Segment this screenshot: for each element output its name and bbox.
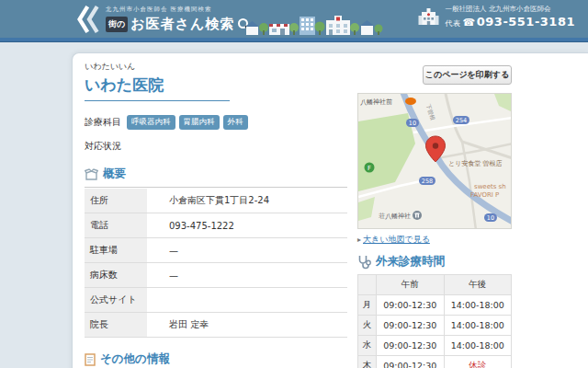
header-contact: 一般社団法人 北九州市小倉医師会 代表☎093-551-3181 — [418, 5, 575, 29]
route-shield: 254 — [453, 116, 469, 124]
logo-subtitle: 北九州市小倉医師会 医療機関検索 — [106, 6, 252, 14]
svg-text:F: F — [368, 165, 371, 172]
hours-table: 午前 午後 月09:00-12:3014:00-18:00 火09:00-12:… — [357, 274, 512, 368]
org-phone: 代表☎093-551-3181 — [446, 15, 575, 29]
title-underline — [85, 100, 230, 101]
map-shrine-label: 荘八幡神社 — [379, 213, 411, 220]
table-row: 水09:00-12:3014:00-18:00 — [358, 336, 512, 356]
clinic-furigana: いわたいいん — [85, 61, 347, 73]
map[interactable]: 八幡神社前 10 254 258 10 — [357, 93, 512, 229]
logo-title: お医者さん検索 — [130, 16, 234, 33]
route-shield: 258 — [419, 177, 435, 185]
status-label: 対応状況 — [85, 140, 347, 153]
map-restaurant-label: とり安食堂 曽根店 — [448, 159, 503, 167]
overview-heading: 概要 — [85, 167, 347, 188]
logo-mark-icon — [77, 3, 101, 36]
logo-badge: 街の — [106, 17, 128, 32]
svg-text:10: 10 — [487, 214, 494, 222]
rep-label: 代表 — [446, 19, 461, 28]
header-band — [0, 38, 588, 42]
box-icon — [85, 168, 98, 181]
table-row: 公式サイト — [85, 288, 347, 313]
right-column: 八幡神社前 10 254 258 10 — [357, 93, 512, 368]
stethoscope-icon — [357, 255, 371, 270]
table-row: 月09:00-12:3014:00-18:00 — [358, 295, 512, 316]
table-row: 病床数— — [85, 263, 347, 288]
department-badge: 外科 — [223, 115, 248, 130]
table-row: 木09:00-12:30休診 — [358, 356, 512, 368]
route-shield: 10 — [484, 213, 497, 222]
table-row: 電話093-475-1222 — [85, 213, 347, 238]
left-column: いわたいいん いわた医院 診療科目 呼吸器内科 胃腸内科 外科 対応状況 概要 — [85, 59, 347, 368]
map-poi-circle: F — [365, 163, 375, 173]
table-row: 駐車場— — [85, 238, 347, 263]
svg-text:10: 10 — [409, 120, 416, 127]
page-title: いわた医院 — [85, 75, 347, 96]
hours-col-am: 午前 — [377, 275, 445, 295]
site-header: 北九州市小倉医師会 医療機関検索 街の お医者さん検索 — [0, 0, 588, 42]
site-logo[interactable]: 北九州市小倉医師会 医療機関検索 街の お医者さん検索 — [77, 3, 252, 36]
page: 北九州市小倉医師会 医療機関検索 街の お医者さん検索 — [0, 0, 588, 368]
larger-map-link[interactable]: ▸大きい地図で見る — [357, 234, 512, 246]
route-shield: 10 — [406, 119, 419, 127]
content-card: このページを印刷する いわたいいん いわた医院 診療科目 呼吸器内科 胃腸内科 … — [72, 52, 588, 368]
phone-icon: ☎ — [463, 17, 476, 29]
phone-number: 093-551-3181 — [477, 15, 575, 29]
map-sweets-label: FAVORI P — [470, 191, 499, 199]
map-sweets-label: sweets sh — [474, 183, 506, 190]
cityscape-illustration — [246, 13, 425, 39]
overview-table: 住所小倉南区下貫1丁目2-24 電話093-475-1222 駐車場— 病床数—… — [85, 189, 347, 338]
map-bus-stop-label: 八幡神社前 — [360, 98, 392, 106]
svg-text:254: 254 — [456, 117, 467, 124]
other-info-heading: その他の情報 — [85, 351, 347, 368]
departments-label: 診療科目 — [85, 116, 121, 129]
department-badge: 呼吸器内科 — [127, 115, 175, 130]
svg-text:258: 258 — [422, 178, 433, 185]
hospital-icon — [418, 7, 439, 27]
hours-heading: 外来診療時間 — [357, 254, 512, 272]
closed-badge: 休診 — [444, 356, 512, 368]
table-row: 住所小倉南区下貫1丁目2-24 — [85, 189, 347, 213]
department-badge: 胃腸内科 — [179, 115, 220, 130]
clipboard-icon — [85, 353, 96, 366]
hours-col-pm: 午後 — [444, 275, 512, 295]
link-marker: ▸ — [357, 236, 361, 244]
org-name: 一般社団法人 北九州市小倉医師会 — [446, 5, 575, 14]
hours-section: 外来診療時間 午前 午後 月09:00-12:3014:00-18:00 火09… — [357, 254, 512, 368]
departments-row: 診療科目 呼吸器内科 胃腸内科 外科 — [85, 115, 347, 130]
table-row: 院長岩田 定幸 — [85, 313, 347, 338]
table-row: 火09:00-12:3014:00-18:00 — [358, 316, 512, 336]
print-page-button[interactable]: このページを印刷する — [423, 65, 512, 85]
